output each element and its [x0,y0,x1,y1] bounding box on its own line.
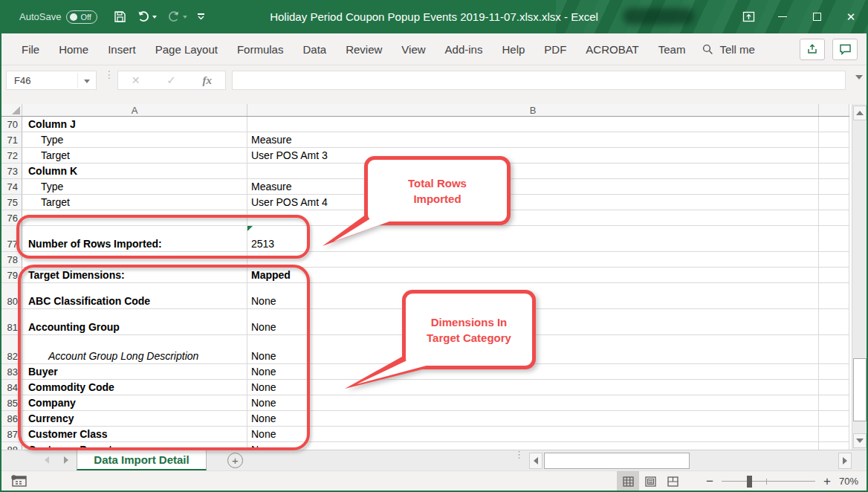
row-number[interactable]: 76 [0,210,22,226]
row-number[interactable]: 77 [0,226,22,252]
customize-qat-icon[interactable] [198,13,204,20]
cell-a[interactable]: Customer Class [22,427,247,442]
cell-a[interactable]: Target [22,148,247,164]
name-box[interactable]: F46 [6,71,97,90]
cell-a[interactable]: Type [22,132,247,148]
cell-c[interactable] [819,309,849,335]
cell-b[interactable]: None [247,411,819,427]
row-number[interactable]: 88 [0,442,22,450]
maximize-button[interactable] [800,0,834,33]
cell-b[interactable] [247,252,819,268]
scroll-right-button[interactable] [838,453,852,469]
cell-a[interactable]: Company [22,395,247,411]
save-icon[interactable] [114,10,126,23]
sheet-tab-data-import-detail[interactable]: Data Import Detail [77,450,207,470]
row-number[interactable]: 81 [0,309,22,335]
ribbon-tab-review[interactable]: Review [336,33,392,65]
autosave-control[interactable]: AutoSave Off [19,10,97,24]
ribbon-tab-formulas[interactable]: Formulas [227,33,294,65]
cell-a[interactable]: Accounting Group [22,309,247,335]
cell-c[interactable] [819,335,849,364]
cell-c[interactable] [819,210,849,226]
column-header-c-partial[interactable] [819,104,849,116]
expand-formula-bar-icon[interactable] [855,75,863,80]
cell-b[interactable]: User POS Amt 3 [247,148,819,164]
cell-c[interactable] [819,380,849,395]
ribbon-tab-acrobat[interactable]: ACROBAT [576,33,648,65]
row-number[interactable]: 85 [0,395,22,411]
ribbon-tab-pdf[interactable]: PDF [534,33,576,65]
cell-a[interactable] [22,210,247,226]
row-number[interactable]: 72 [0,148,22,164]
cell-c[interactable] [819,395,849,411]
minimize-button[interactable] [765,0,800,33]
column-header-b[interactable]: B [247,104,819,116]
formula-bar-drag-handle[interactable]: ⋮ [104,72,110,77]
cell-a[interactable]: Target Dimensions: [22,268,247,283]
new-sheet-button[interactable]: + [227,453,243,468]
ribbon-tab-home[interactable]: Home [49,33,98,65]
normal-view-button[interactable] [617,471,639,491]
zoom-in-button[interactable]: + [822,474,832,489]
row-number[interactable]: 83 [0,364,22,380]
cell-a[interactable]: Commodity Code [22,380,247,395]
cell-b[interactable]: None [247,309,819,335]
name-box-dropdown-icon[interactable] [84,80,90,83]
ribbon-display-options-icon[interactable] [731,0,765,33]
row-number[interactable]: 87 [0,427,22,442]
cell-b[interactable] [247,164,819,179]
row-number[interactable]: 80 [0,283,22,309]
cell-a[interactable]: Target [22,195,247,210]
scroll-down-button[interactable] [853,433,867,448]
cell-c[interactable] [819,364,849,380]
ribbon-tab-team[interactable]: Team [649,33,696,65]
ribbon-tab-insert[interactable]: Insert [98,33,146,65]
cell-b[interactable]: None [247,364,819,380]
cell-c[interactable] [819,195,849,210]
scroll-left-button[interactable] [529,453,542,469]
undo-dropdown-caret[interactable] [152,16,157,19]
autosave-toggle[interactable]: Off [66,10,97,24]
macro-record-icon[interactable] [10,475,28,491]
cell-a[interactable]: Currency [22,411,247,427]
zoom-out-button[interactable]: − [705,474,715,489]
select-all-corner[interactable] [0,104,22,116]
cell-c[interactable] [819,164,849,179]
cell-b[interactable]: None [247,427,819,442]
ribbon-tab-page-layout[interactable]: Page Layout [146,33,227,65]
page-layout-view-button[interactable] [639,471,661,491]
cell-c[interactable] [819,117,849,132]
ribbon-tab-help[interactable]: Help [492,33,534,65]
undo-button[interactable] [137,10,157,23]
cell-c[interactable] [819,132,849,148]
cell-b[interactable]: Measure [247,179,819,195]
row-number[interactable]: 78 [0,252,22,268]
prev-sheet-icon[interactable] [45,456,49,464]
cell-b[interactable]: Mapped [247,268,819,283]
row-number[interactable]: 70 [0,117,22,132]
zoom-slider[interactable] [722,476,815,488]
formula-input[interactable] [232,71,846,90]
cell-a[interactable]: Type [22,179,247,195]
cell-a[interactable]: Column J [22,117,247,132]
close-button[interactable]: ✕ [834,0,868,33]
cell-a[interactable]: Customer Parent [22,442,247,450]
row-number[interactable]: 74 [0,179,22,195]
horizontal-scrollbar[interactable] [529,453,852,469]
zoom-level[interactable]: 70% [839,476,866,487]
cell-a[interactable]: ABC Classification Code [22,283,247,309]
cell-c[interactable] [819,427,849,442]
row-number[interactable]: 82 [0,335,22,364]
cell-c[interactable] [819,442,849,450]
cell-a[interactable] [22,252,247,268]
page-break-preview-button[interactable] [661,471,684,491]
zoom-slider-thumb[interactable] [747,476,752,488]
cell-b[interactable] [247,117,819,132]
row-number[interactable]: 75 [0,195,22,210]
vertical-scroll-thumb[interactable] [853,358,867,421]
next-sheet-icon[interactable] [64,456,68,464]
ribbon-tab-file[interactable]: File [12,33,49,65]
tell-me-box[interactable]: Tell me [695,43,762,56]
row-number[interactable]: 73 [0,164,22,179]
insert-function-icon[interactable]: fx [203,74,213,87]
